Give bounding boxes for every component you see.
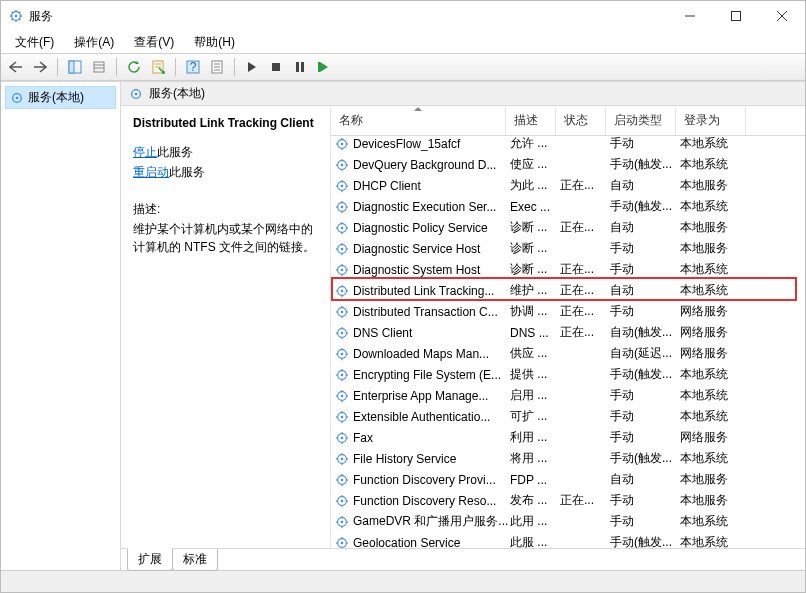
service-startup: 自动 [610,282,680,299]
service-desc: 此服 ... [510,534,560,548]
titlebar: 服务 [1,1,805,31]
service-row[interactable]: Enterprise App Manage...启用 ...手动本地系统 [331,385,805,406]
svg-rect-31 [318,62,320,72]
svg-point-73 [341,268,344,271]
gear-icon [335,284,349,298]
refresh-button[interactable] [123,56,145,78]
svg-rect-16 [94,62,104,72]
back-button[interactable] [5,56,27,78]
svg-rect-29 [296,62,299,72]
svg-rect-28 [272,63,280,71]
service-row[interactable]: Diagnostic Service Host诊断 ...手动本地服务 [331,238,805,259]
service-startup: 手动(触发... [610,534,680,548]
svg-point-109 [341,394,344,397]
service-row[interactable]: Function Discovery Reso...发布 ...正在...手动本… [331,490,805,511]
stop-service-button[interactable] [265,56,287,78]
col-desc[interactable]: 描述 [506,106,556,135]
service-logon: 本地服务 [680,240,750,257]
svg-point-35 [135,92,138,95]
svg-point-43 [341,163,344,166]
col-name[interactable]: 名称 [331,106,506,135]
tree-pane: 服务(本地) [1,82,121,570]
svg-point-61 [341,226,344,229]
show-hide-tree-button[interactable] [64,56,86,78]
menu-action[interactable]: 操作(A) [66,32,122,53]
svg-point-79 [341,289,344,292]
service-startup: 手动 [610,261,680,278]
service-startup: 手动(触发... [610,156,680,173]
gear-icon [335,263,349,277]
col-status[interactable]: 状态 [556,106,606,135]
restart-service-button[interactable] [313,56,335,78]
service-startup: 手动 [610,136,680,152]
service-name: DevQuery Background D... [353,158,496,172]
service-row[interactable]: File History Service将用 ...手动(触发...本地系统 [331,448,805,469]
service-row[interactable]: DevicesFlow_15afcf允许 ...手动本地系统 [331,136,805,154]
menu-file[interactable]: 文件(F) [7,32,62,53]
svg-point-97 [341,352,344,355]
service-row[interactable]: Diagnostic Policy Service诊断 ...正在...自动本地… [331,217,805,238]
service-logon: 本地系统 [680,198,750,215]
service-startup: 手动 [610,429,680,446]
service-status: 正在... [560,492,610,509]
service-row[interactable]: Extensible Authenticatio...可扩 ...手动本地系统 [331,406,805,427]
service-row[interactable]: Fax利用 ...手动网络服务 [331,427,805,448]
col-logon[interactable]: 登录为 [676,106,746,135]
service-row[interactable]: Distributed Transaction C...协调 ...正在...手… [331,301,805,322]
help-button[interactable]: ? [182,56,204,78]
tree-root-services[interactable]: 服务(本地) [5,86,116,109]
gear-icon [335,305,349,319]
service-row[interactable]: Diagnostic Execution Ser...Exec ...手动(触发… [331,196,805,217]
service-status: 正在... [560,303,610,320]
service-list: 名称 描述 状态 启动类型 登录为 DevicesFlow_15afcf允许 .… [331,106,805,548]
service-logon: 本地系统 [680,513,750,530]
close-button[interactable] [759,1,805,31]
service-name: Diagnostic System Host [353,263,480,277]
service-row[interactable]: DevQuery Background D...使应 ...手动(触发...本地… [331,154,805,175]
svg-line-6 [12,12,13,13]
service-row[interactable]: DHCP Client为此 ...正在...自动本地服务 [331,175,805,196]
service-name: DevicesFlow_15afcf [353,137,460,151]
service-row[interactable]: GameDVR 和广播用户服务...此用 ...手动本地系统 [331,511,805,532]
service-row[interactable]: Diagnostic System Host诊断 ...正在...手动本地系统 [331,259,805,280]
col-startup[interactable]: 启动类型 [606,106,676,135]
svg-point-1 [15,15,18,18]
service-row[interactable]: Encrypting File System (E...提供 ...手动(触发.… [331,364,805,385]
export-button[interactable] [88,56,110,78]
service-status: 正在... [560,177,610,194]
start-service-button[interactable] [241,56,263,78]
service-desc: 利用 ... [510,429,560,446]
svg-point-139 [341,499,344,502]
svg-text:?: ? [190,60,197,74]
properties-button[interactable] [147,56,169,78]
forward-button[interactable] [29,56,51,78]
maximize-button[interactable] [713,1,759,31]
minimize-button[interactable] [667,1,713,31]
tab-extended[interactable]: 扩展 [127,548,173,571]
gear-icon [335,515,349,529]
tab-standard[interactable]: 标准 [172,549,218,571]
service-row[interactable]: Function Discovery Provi...FDP ...自动本地服务 [331,469,805,490]
svg-rect-11 [732,12,741,21]
properties2-button[interactable] [206,56,228,78]
restart-link[interactable]: 重启动 [133,165,169,179]
service-row[interactable]: Downloaded Maps Man...供应 ...自动(延迟...网络服务 [331,343,805,364]
service-name: Function Discovery Provi... [353,473,496,487]
gear-icon [335,326,349,340]
svg-point-127 [341,457,344,460]
service-desc: 诊断 ... [510,219,560,236]
stop-link[interactable]: 停止 [133,145,157,159]
gear-icon [10,91,24,105]
service-status: 正在... [560,261,610,278]
service-startup: 自动 [610,177,680,194]
service-desc: DNS ... [510,326,560,340]
service-name: Diagnostic Policy Service [353,221,488,235]
menu-view[interactable]: 查看(V) [126,32,182,53]
service-row[interactable]: Distributed Link Tracking...维护 ...正在...自… [331,280,805,301]
pause-service-button[interactable] [289,56,311,78]
menu-help[interactable]: 帮助(H) [186,32,243,53]
service-row[interactable]: DNS ClientDNS ...正在...自动(触发...网络服务 [331,322,805,343]
service-row[interactable]: Geolocation Service此服 ...手动(触发...本地系统 [331,532,805,548]
gear-icon [335,179,349,193]
service-desc: 启用 ... [510,387,560,404]
